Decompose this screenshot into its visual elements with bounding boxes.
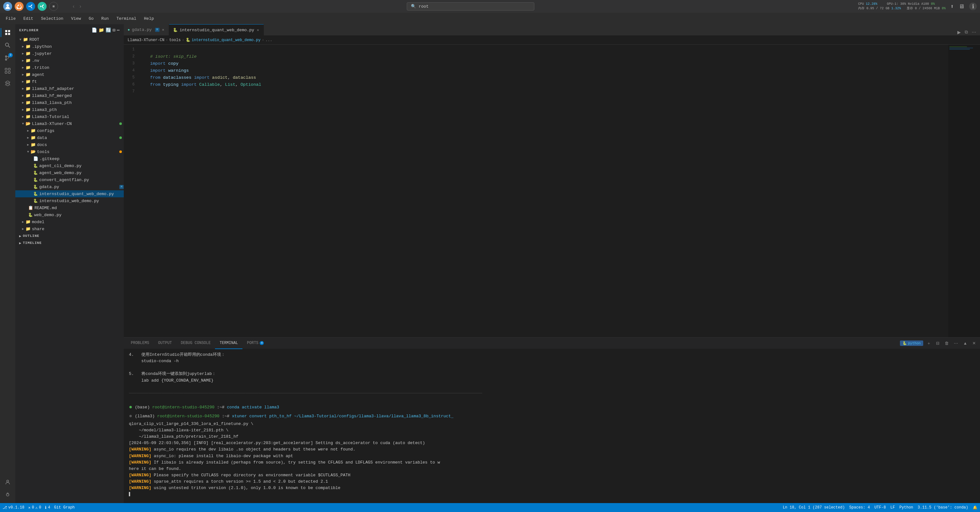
accounts-icon[interactable] bbox=[2, 476, 13, 488]
menu-terminal[interactable]: Terminal bbox=[113, 15, 139, 22]
forward-button[interactable]: › bbox=[78, 3, 83, 10]
add-terminal-button[interactable]: ＋ bbox=[925, 340, 932, 347]
breadcrumb-root[interactable]: Llama3-XTuner-CN bbox=[127, 38, 164, 43]
menu-file[interactable]: File bbox=[3, 15, 19, 22]
tree-item-llama3-hf-merged[interactable]: ▶ 📁 llama3_hf_merged bbox=[15, 92, 124, 99]
sync-icon[interactable] bbox=[15, 2, 24, 11]
search-icon: 🔍 bbox=[411, 4, 416, 9]
settings-icon[interactable] bbox=[2, 489, 13, 501]
timeline-section[interactable]: ▶ TIMELINE bbox=[15, 239, 124, 246]
tree-item-agent-web[interactable]: 🐍 agent_web_demo.py bbox=[15, 169, 124, 176]
tree-item-nv[interactable]: ▶ 📁 .nv bbox=[15, 57, 124, 64]
tree-item-ft[interactable]: ▶ 📁 ft bbox=[15, 78, 124, 85]
outline-arrow: ▶ bbox=[19, 234, 21, 238]
explorer-icon[interactable] bbox=[2, 27, 13, 38]
info-icon[interactable]: ℹ bbox=[969, 3, 977, 10]
tab-internstudio-quant[interactable]: 🐍 internstudio_quant_web_demo.py ✕ bbox=[169, 24, 264, 35]
new-folder-icon[interactable]: 📁 bbox=[99, 27, 104, 33]
tree-item-readme[interactable]: 📋 README.md bbox=[15, 204, 124, 211]
python-version-item[interactable]: 3.11.5 ('base': conda) bbox=[918, 505, 968, 510]
menu-run[interactable]: Run bbox=[98, 15, 111, 22]
tree-item-gitkeep[interactable]: 📄 .gitkeep bbox=[15, 155, 124, 162]
tab-gdata-close[interactable]: ✕ bbox=[161, 27, 165, 33]
debug-icon[interactable] bbox=[2, 78, 13, 89]
line-ending-item[interactable]: LF bbox=[890, 505, 895, 510]
tree-item-llama3-llava-pth[interactable]: ▶ 📁 llama3_llava_pth bbox=[15, 99, 124, 106]
tree-item-llama3-hf-adapter[interactable]: ▶ 📁 llama3_hf_adapter bbox=[15, 85, 124, 92]
spaces-item[interactable]: Spaces: 4 bbox=[849, 505, 870, 510]
tree-item-llama3-tutorial[interactable]: ▶ 📁 Llama3-Tutorial bbox=[15, 113, 124, 120]
tree-item-llama3-pth[interactable]: ▶ 📁 llama3_pth bbox=[15, 106, 124, 113]
more-panel-button[interactable]: ⋯ bbox=[952, 340, 959, 346]
tree-item-internstudio-web[interactable]: 🐍 internstudio_web_demo.py bbox=[15, 197, 124, 204]
tree-item-internstudio-quant[interactable]: 🐍 internstudio_quant_web_demo.py bbox=[15, 190, 124, 197]
git-graph-item[interactable]: Git Graph bbox=[54, 505, 75, 510]
tab-debug-console[interactable]: DEBUG CONSOLE bbox=[177, 338, 215, 349]
tree-item-gdata[interactable]: 🐍 gdata.py M bbox=[15, 183, 124, 190]
tree-item-jupyter[interactable]: ▶ 📁 .jupyter bbox=[15, 50, 124, 57]
llama3-xtuner-badge bbox=[119, 122, 122, 125]
menu-selection[interactable]: Selection bbox=[38, 15, 66, 22]
close-panel-button[interactable]: ✕ bbox=[971, 340, 977, 346]
extensions-icon[interactable] bbox=[2, 65, 13, 76]
tab-ports[interactable]: PORTS 4 bbox=[242, 338, 268, 349]
maximize-panel-button[interactable]: ▲ bbox=[961, 340, 969, 346]
tree-item-docs[interactable]: ▶ 📁 docs bbox=[15, 141, 124, 148]
tree-item-agent-cli[interactable]: 🐍 agent_cli_demo.py bbox=[15, 162, 124, 169]
tree-item-share[interactable]: ▶ 📁 share bbox=[15, 225, 124, 232]
tree-item-tools[interactable]: ▼ 📂 tools bbox=[15, 148, 124, 155]
tree-item-web-demo[interactable]: 🐍 web_demo.py bbox=[15, 211, 124, 219]
encoding-item[interactable]: UTF-8 bbox=[874, 505, 886, 510]
search-bar[interactable]: 🔍 root bbox=[407, 2, 535, 11]
split-editor-button[interactable]: ⧉ bbox=[963, 29, 969, 35]
more-icon[interactable]: ⋯ bbox=[117, 27, 120, 33]
tree-item-ipython[interactable]: ▶ 📁 .ipython bbox=[15, 43, 124, 50]
tree-item-data[interactable]: ▶ 📁 data bbox=[15, 134, 124, 141]
tree-item-configs[interactable]: ▶ 📁 configs bbox=[15, 127, 124, 134]
code-area: 1 2 # isort: skip_file 3 import copy 4 i… bbox=[124, 44, 980, 337]
terminal-content[interactable]: 4. 使用InternStudio开箱即用的conda环境： studio-co… bbox=[124, 349, 980, 503]
tab-problems[interactable]: PROBLEMS bbox=[126, 338, 154, 349]
new-file-icon[interactable]: 📄 bbox=[92, 27, 97, 33]
menu-help[interactable]: Help bbox=[141, 15, 157, 22]
notifications-item[interactable]: 🔔 bbox=[973, 505, 977, 510]
tab-terminal[interactable]: TERMINAL bbox=[215, 338, 242, 349]
breadcrumb-tools[interactable]: tools bbox=[169, 38, 181, 43]
tab-gdata[interactable]: ● gdata.py M ✕ bbox=[124, 24, 169, 35]
menu-edit[interactable]: Edit bbox=[20, 15, 37, 22]
code-editor[interactable]: 1 2 # isort: skip_file 3 import copy 4 i… bbox=[124, 44, 948, 337]
tree-item-convert[interactable]: 🐍 convert_agentflan.py bbox=[15, 176, 124, 183]
terminal-cmd-1: ● (base) root@intern-studio-045290 :~# c… bbox=[129, 403, 975, 412]
back-button[interactable]: ‹ bbox=[71, 3, 76, 10]
ln-col-item[interactable]: Ln 18, Col 1 (287 selected) bbox=[783, 505, 845, 510]
python-badge[interactable]: 🐍 python bbox=[900, 341, 924, 346]
info-item[interactable]: ℹ 4 bbox=[45, 505, 50, 510]
tab-output[interactable]: OUTPUT bbox=[154, 338, 177, 349]
more-actions-button[interactable]: ⋯ bbox=[970, 29, 977, 35]
source-control-icon[interactable]: 3 bbox=[2, 52, 13, 64]
tree-item-llama3-xtuner-cn[interactable]: ▼ 📂 Llama3-XTuner-CN bbox=[15, 120, 124, 127]
trash-button[interactable]: 🗑 bbox=[943, 340, 950, 346]
git-branch[interactable]: ⎇ v0.1.18 bbox=[3, 505, 24, 510]
language-item[interactable]: Python bbox=[899, 505, 913, 510]
upload-icon[interactable]: ⬆ bbox=[950, 3, 954, 10]
search-activity-icon[interactable] bbox=[2, 40, 13, 51]
breadcrumb-file[interactable]: 🐍 internstudio_quant_web_demo.py bbox=[186, 38, 261, 43]
tree-item-triton[interactable]: ▶ 📁 .triton bbox=[15, 64, 124, 71]
outline-section[interactable]: ▶ OUTLINE bbox=[15, 232, 124, 239]
svg-rect-3 bbox=[5, 33, 7, 35]
breadcrumb-ellipsis[interactable]: ... bbox=[266, 38, 272, 43]
menu-go[interactable]: Go bbox=[86, 15, 97, 22]
split-terminal-button[interactable]: ⊟ bbox=[934, 340, 941, 346]
tree-item-agent[interactable]: ▶ 📁 agent bbox=[15, 71, 124, 78]
menu-view[interactable]: View bbox=[68, 15, 84, 22]
refresh-icon[interactable]: 🔄 bbox=[106, 27, 111, 33]
tree-item-model[interactable]: ▶ 📁 model bbox=[15, 219, 124, 225]
run-button[interactable]: ▶ bbox=[956, 29, 962, 35]
screen-icon[interactable]: 🖥 bbox=[959, 3, 964, 10]
tree-root[interactable]: ▼ 📁 ROOT bbox=[15, 36, 124, 43]
tab-quant-close[interactable]: ✕ bbox=[256, 27, 260, 33]
collapse-all-icon[interactable]: ⊟ bbox=[113, 27, 116, 33]
errors-item[interactable]: ✕ 0 ⚠ 0 bbox=[28, 505, 41, 510]
gpu-value: 0% bbox=[931, 2, 935, 6]
